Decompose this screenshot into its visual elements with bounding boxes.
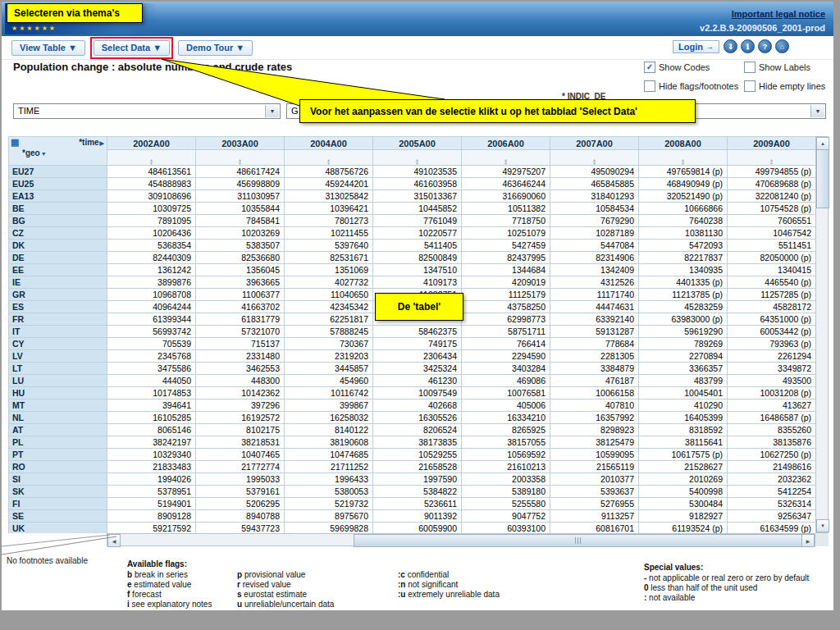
sort-icon[interactable]: ▲▼ xyxy=(415,158,419,165)
geo-axis-arrow-icon: ▼ xyxy=(41,151,47,157)
table-row: IE38998763963665402773241091734209019431… xyxy=(9,276,816,289)
tab-demo-tour[interactable]: Demo Tour ▼ xyxy=(178,40,253,56)
checkbox-show-codes[interactable]: ✓ Show Codes xyxy=(644,62,710,73)
value-cell: 10445852 xyxy=(373,203,462,215)
value-cell: 789269 xyxy=(639,338,728,350)
sort-icon[interactable]: ▲▼ xyxy=(592,158,596,165)
value-cell: 58751711 xyxy=(462,326,550,338)
column-header[interactable]: 2002A00 xyxy=(107,137,196,150)
horizontal-scroll-thumb[interactable] xyxy=(354,534,805,547)
column-header[interactable]: 2009A00 xyxy=(728,137,816,150)
sort-cell[interactable]: ▲▼ xyxy=(550,150,639,166)
value-cell: 5511451 xyxy=(728,240,816,252)
value-cell: 21711252 xyxy=(285,461,373,473)
vertical-scroll-thumb[interactable] xyxy=(816,149,829,208)
dropdown-arrow-icon[interactable]: ▼ xyxy=(810,105,824,117)
save-icon[interactable]: ⇓ xyxy=(724,39,737,53)
sort-cell[interactable]: ▲▼ xyxy=(107,150,196,166)
value-cell: 1996433 xyxy=(285,473,373,486)
checkbox-show-labels[interactable]: Show Labels xyxy=(744,62,810,73)
tab-view-table[interactable]: View Table ▼ xyxy=(11,40,85,56)
sort-cell[interactable]: ▲▼ xyxy=(728,150,816,166)
sort-cell[interactable]: ▲▼ xyxy=(373,150,462,166)
show-codes-checkbox[interactable]: ✓ xyxy=(644,62,655,73)
hide-flags-checkbox[interactable] xyxy=(644,80,655,92)
geo-code: EA13 xyxy=(9,190,107,203)
select-all-icon[interactable]: ▦ xyxy=(11,138,19,147)
value-cell: 10396421 xyxy=(285,203,373,215)
value-cell: 444050 xyxy=(107,375,196,387)
value-cell: 448300 xyxy=(196,375,285,387)
sort-icon[interactable]: ▲▼ xyxy=(504,158,508,165)
sort-icon[interactable]: ▲▼ xyxy=(238,158,242,165)
checkbox-hide-empty[interactable]: Hide empty lines xyxy=(744,80,825,92)
value-cell: 5412254 xyxy=(728,486,816,498)
horizontal-scrollbar[interactable]: ◀ ▶ xyxy=(107,533,815,546)
hide-empty-checkbox[interactable] xyxy=(744,80,756,92)
sort-icon[interactable]: ▲▼ xyxy=(326,158,331,165)
sort-icon[interactable]: ▲▼ xyxy=(769,158,774,165)
value-cell: 2261294 xyxy=(728,350,816,363)
table-row: CZ10206436102032691021145510220577102510… xyxy=(9,227,816,240)
sort-cell[interactable]: ▲▼ xyxy=(639,150,728,166)
value-cell: 7640238 xyxy=(639,215,728,227)
value-cell: 10968708 xyxy=(107,289,196,301)
geo-code: DE xyxy=(9,252,107,264)
time-dimension-select[interactable]: TIME ▼ xyxy=(13,103,281,119)
table-row: IT56993742573210705788824558462375587517… xyxy=(9,326,816,338)
table-row: NL16105285161925721625803216305526163342… xyxy=(9,412,816,424)
legal-notice-link[interactable]: Important legal notice xyxy=(732,9,825,19)
value-cell: 461230 xyxy=(373,375,462,387)
sort-cell[interactable]: ▲▼ xyxy=(462,150,550,166)
value-cell: 10116742 xyxy=(285,387,373,399)
value-cell: 10066158 xyxy=(550,387,639,399)
vertical-scrollbar[interactable]: ▲ ▼ xyxy=(815,136,829,533)
info-icon[interactable]: ℹ xyxy=(741,39,755,53)
value-cell: 10220577 xyxy=(373,227,462,240)
login-button[interactable]: Login → xyxy=(673,40,719,53)
column-header[interactable]: 2006A00 xyxy=(462,137,550,150)
column-header[interactable]: 2003A00 xyxy=(196,137,285,150)
page-title: Population change : absolute numbers and… xyxy=(13,61,292,73)
scroll-left-button[interactable]: ◀ xyxy=(107,534,121,547)
table-row: LV23457682331480231920323064342294590228… xyxy=(9,350,816,363)
tab-bar: View Table ▼ Select Data ▼ Demo Tour ▼ xyxy=(11,40,253,56)
value-cell: 9256347 xyxy=(728,510,816,523)
table-row: SE89091288940788897567090113929047752911… xyxy=(9,510,816,523)
application-window: eurostat ★★★★★★ Important legal notice v… xyxy=(2,2,833,610)
checkbox-hide-flags[interactable]: Hide flags/footnotes xyxy=(644,80,738,92)
sort-icon[interactable]: ▲▼ xyxy=(149,158,153,165)
value-cell: 82500849 xyxy=(373,252,462,264)
scroll-right-button[interactable]: ▶ xyxy=(801,534,815,547)
column-header[interactable]: 2005A00 xyxy=(373,137,462,150)
sort-cell[interactable]: ▲▼ xyxy=(196,150,285,166)
home-icon[interactable]: ⌂ xyxy=(775,39,789,53)
value-cell: 21498616 xyxy=(728,461,816,473)
help-icon[interactable]: ? xyxy=(758,39,772,53)
value-cell: 470689688 (p) xyxy=(728,178,816,190)
column-header[interactable]: 2007A00 xyxy=(550,137,639,150)
callout-theme-hint: Selecteren via thema's xyxy=(7,3,143,23)
value-cell: 21772774 xyxy=(196,461,285,473)
value-cell: 10076581 xyxy=(462,387,550,399)
header-right: Important legal notice v2.2.B.9-20090506… xyxy=(700,6,825,33)
value-cell: 16305526 xyxy=(373,412,462,424)
value-cell: 1340415 xyxy=(728,264,816,276)
column-header[interactable]: 2008A00 xyxy=(639,137,728,150)
value-cell: 402668 xyxy=(373,399,462,412)
dropdown-arrow-icon[interactable]: ▼ xyxy=(265,105,279,117)
value-cell: 394641 xyxy=(107,399,196,412)
hide-flags-label: Hide flags/footnotes xyxy=(659,81,738,91)
scroll-down-button[interactable]: ▼ xyxy=(816,519,829,532)
value-cell: 1344684 xyxy=(462,264,550,276)
geo-code: CZ xyxy=(9,227,107,240)
tab-select-data[interactable]: Select Data ▼ xyxy=(94,40,170,56)
column-header[interactable]: 2004A00 xyxy=(285,137,373,150)
value-cell: 413627 xyxy=(728,399,816,412)
sort-cell[interactable]: ▲▼ xyxy=(285,150,373,166)
value-cell: 82536680 xyxy=(196,252,285,264)
value-cell: 3462553 xyxy=(196,363,285,375)
show-labels-checkbox[interactable] xyxy=(744,62,756,73)
sort-icon[interactable]: ▲▼ xyxy=(681,158,685,165)
scroll-up-button[interactable]: ▲ xyxy=(816,137,829,150)
